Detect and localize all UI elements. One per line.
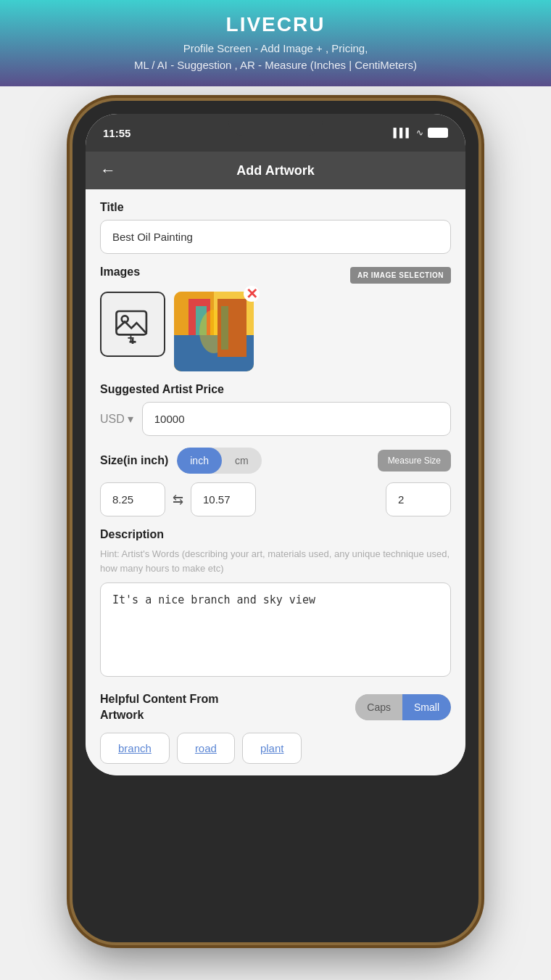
- artwork-preview: [174, 292, 254, 371]
- unit-toggle: inch cm: [177, 448, 261, 474]
- phone-screen: 11:55 ▌▌▌ ∿ 94 ← Add Artwork Title Image…: [86, 114, 465, 775]
- keyword-road[interactable]: road: [177, 733, 235, 764]
- images-header: Images AR IMAGE SELECTION: [100, 265, 451, 284]
- description-hint: Hint: Artist's Words (describing your ar…: [100, 547, 451, 575]
- battery-indicator: 94: [428, 128, 448, 138]
- title-label: Title: [100, 201, 451, 214]
- caps-small-toggle: Caps Small: [355, 694, 451, 720]
- depth-input[interactable]: [386, 482, 451, 516]
- banner: LIVECRU Profile Screen - Add Image + , P…: [0, 0, 551, 86]
- app-title: LIVECRU: [14, 13, 536, 36]
- wifi-icon: ∿: [416, 128, 423, 138]
- back-button[interactable]: ←: [100, 161, 116, 180]
- caps-option[interactable]: Caps: [355, 694, 402, 720]
- signal-icon: ▌▌▌: [393, 128, 412, 138]
- cm-toggle[interactable]: cm: [222, 448, 262, 474]
- width-input[interactable]: [100, 482, 165, 516]
- keyword-tags: branch road plant: [100, 733, 451, 764]
- inch-toggle[interactable]: inch: [177, 448, 222, 474]
- screen-content: Title Images AR IMAGE SELECTION +: [86, 189, 465, 775]
- images-label: Images: [100, 265, 140, 279]
- status-icons: ▌▌▌ ∿ 94: [393, 128, 448, 138]
- currency-label: USD: [100, 413, 125, 426]
- price-label: Suggested Artist Price: [100, 383, 451, 396]
- measure-size-button[interactable]: Measure Size: [378, 450, 451, 472]
- status-bar: 11:55 ▌▌▌ ∿ 94: [86, 114, 465, 152]
- banner-subtitle: Profile Screen - Add Image + , Pricing, …: [14, 41, 536, 73]
- notch: [228, 114, 323, 136]
- phone-frame: 11:55 ▌▌▌ ∿ 94 ← Add Artwork Title Image…: [72, 101, 478, 942]
- currency-selector[interactable]: USD ▾: [100, 412, 133, 426]
- swap-icon: ⇆: [173, 492, 183, 508]
- description-label: Description: [100, 528, 451, 541]
- add-image-button[interactable]: +: [100, 292, 165, 357]
- helpful-content-header: Helpful Content From Artwork Caps Small: [100, 691, 451, 724]
- delete-image-button[interactable]: ✕: [244, 286, 260, 302]
- svg-rect-12: [221, 306, 228, 350]
- image-thumbnail: ✕: [174, 292, 254, 371]
- ar-image-selection-button[interactable]: AR IMAGE SELECTION: [350, 267, 451, 284]
- svg-text:+: +: [128, 331, 134, 344]
- nav-bar: ← Add Artwork: [86, 152, 465, 189]
- title-input[interactable]: [100, 220, 451, 254]
- status-time: 11:55: [103, 127, 130, 139]
- keyword-branch[interactable]: branch: [100, 733, 170, 764]
- size-label: Size(in inch): [100, 454, 168, 467]
- images-row: +: [100, 292, 451, 371]
- description-textarea[interactable]: [100, 582, 451, 677]
- size-inputs: ⇆: [100, 482, 451, 516]
- currency-dropdown-icon: ▾: [128, 412, 133, 426]
- size-header: Size(in inch) inch cm Measure Size: [100, 448, 451, 474]
- keyword-plant[interactable]: plant: [242, 733, 302, 764]
- small-option[interactable]: Small: [402, 694, 451, 720]
- price-row: USD ▾: [100, 402, 451, 436]
- helpful-content-title: Helpful Content From Artwork: [100, 691, 231, 724]
- add-image-icon: +: [113, 305, 152, 344]
- price-input[interactable]: [142, 402, 451, 436]
- screen-title: Add Artwork: [236, 163, 314, 178]
- height-input[interactable]: [191, 482, 256, 516]
